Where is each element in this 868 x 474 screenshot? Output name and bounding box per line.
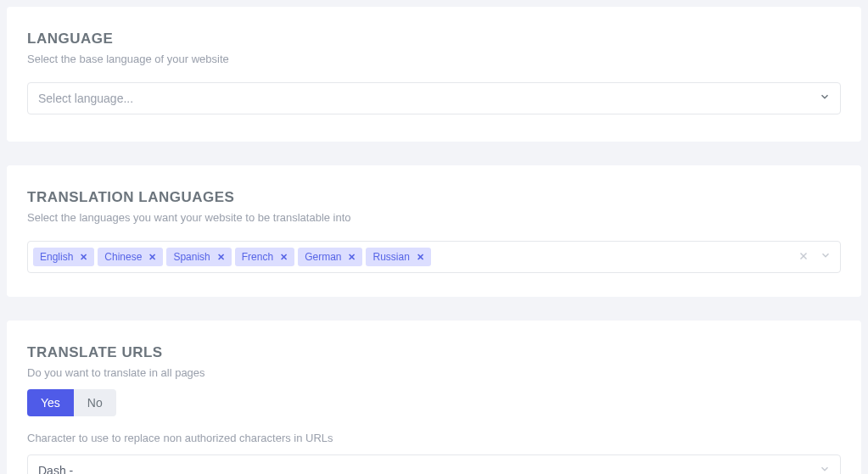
- no-button[interactable]: No: [74, 389, 116, 416]
- remove-tag-icon[interactable]: ✕: [417, 252, 424, 263]
- language-tag: English✕: [33, 248, 94, 266]
- remove-tag-icon[interactable]: ✕: [348, 252, 356, 263]
- translate-urls-subtitle: Do you want to translate in all pages: [27, 366, 841, 379]
- remove-tag-icon[interactable]: ✕: [148, 252, 156, 263]
- translate-urls-toggle: Yes No: [27, 389, 116, 416]
- translate-urls-card: TRANSLATE URLS Do you want to translate …: [7, 321, 861, 474]
- language-card: LANGUAGE Select the base language of you…: [7, 7, 861, 142]
- tag-label: German: [305, 251, 341, 263]
- char-select[interactable]: Dash -: [27, 454, 841, 474]
- tag-label: Russian: [372, 251, 409, 263]
- chevron-down-icon[interactable]: [820, 249, 832, 265]
- remove-tag-icon[interactable]: ✕: [280, 252, 288, 263]
- multiselect-controls: [798, 249, 832, 265]
- remove-tag-icon[interactable]: ✕: [80, 252, 87, 263]
- translation-languages-title: TRANSLATION LANGUAGES: [27, 189, 841, 206]
- char-label: Character to use to replace non authoriz…: [27, 432, 841, 444]
- char-select-wrap: Dash -: [27, 454, 841, 474]
- language-subtitle: Select the base language of your website: [27, 53, 841, 65]
- clear-all-icon[interactable]: [798, 250, 809, 265]
- language-tag: German✕: [298, 248, 362, 266]
- language-tag: French✕: [235, 248, 294, 266]
- language-tag: Spanish✕: [166, 248, 231, 266]
- tag-label: French: [242, 251, 273, 263]
- tag-label: Spanish: [173, 251, 210, 263]
- translate-urls-title: TRANSLATE URLS: [27, 344, 841, 361]
- language-title: LANGUAGE: [27, 31, 841, 47]
- language-tag: Chinese✕: [98, 248, 163, 266]
- tag-label: English: [40, 251, 73, 263]
- remove-tag-icon[interactable]: ✕: [217, 252, 225, 263]
- language-tag: Russian✕: [366, 248, 430, 266]
- language-select-wrap: [27, 82, 841, 114]
- language-select[interactable]: [27, 82, 841, 114]
- tag-label: Chinese: [104, 251, 142, 263]
- translation-languages-subtitle: Select the languages you want your websi…: [27, 211, 841, 224]
- yes-button[interactable]: Yes: [27, 389, 74, 416]
- translation-languages-card: TRANSLATION LANGUAGES Select the languag…: [7, 165, 861, 297]
- translation-languages-select[interactable]: English✕Chinese✕Spanish✕French✕German✕Ru…: [27, 241, 841, 273]
